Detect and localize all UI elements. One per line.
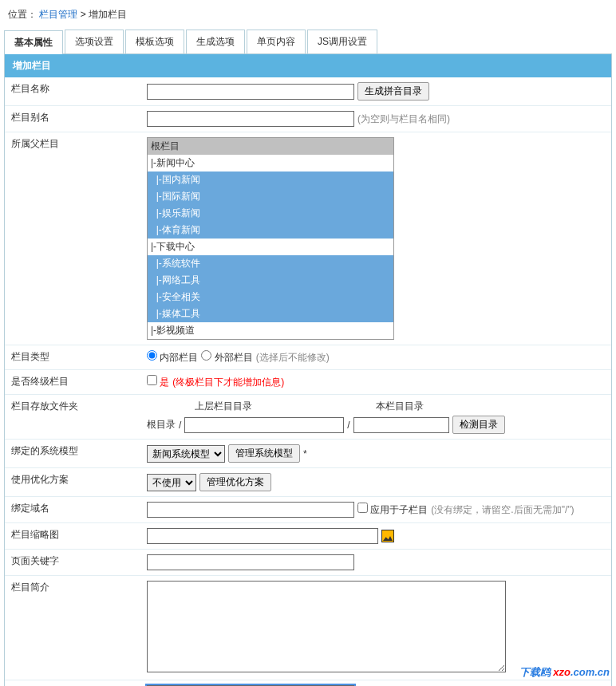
label-optimize: 使用优化方案 bbox=[5, 468, 140, 497]
model-required: * bbox=[303, 448, 307, 459]
parent-list-item[interactable]: |-国际新闻 bbox=[148, 188, 393, 205]
alias-hint: (为空则与栏目名相同) bbox=[357, 112, 450, 126]
parent-list-item[interactable]: |-媒体工具 bbox=[148, 306, 393, 322]
type-external-option[interactable]: 外部栏目 bbox=[201, 350, 252, 365]
label-domain: 绑定域名 bbox=[5, 497, 140, 523]
label-thumb: 栏目缩略图 bbox=[5, 523, 140, 550]
label-name: 栏目名称 bbox=[5, 77, 140, 106]
tab-generate[interactable]: 生成选项 bbox=[186, 30, 245, 53]
tab-singlepage[interactable]: 单页内容 bbox=[247, 30, 306, 53]
parent-list-item[interactable]: |-系统软件 bbox=[148, 255, 393, 272]
domain-apply-checkbox[interactable] bbox=[357, 503, 368, 513]
folder-upper-input[interactable] bbox=[184, 417, 344, 433]
label-intro: 栏目简介 bbox=[5, 576, 140, 680]
folder-upper-label: 上层栏目目录 bbox=[195, 400, 252, 413]
parent-list-item[interactable]: |-新闻中心 bbox=[148, 155, 393, 172]
tab-options[interactable]: 选项设置 bbox=[65, 30, 124, 53]
parent-list-item[interactable]: |-网络工具 bbox=[148, 272, 393, 289]
final-checkbox[interactable] bbox=[147, 375, 157, 385]
parent-list-item[interactable]: 根栏目 bbox=[148, 138, 393, 155]
label-password: 访问密码 bbox=[5, 680, 140, 687]
parent-list-item[interactable]: |-国内新闻 bbox=[148, 172, 393, 188]
parent-list-item[interactable]: |-体育新闻 bbox=[148, 222, 393, 239]
type-external-radio[interactable] bbox=[201, 350, 211, 361]
label-final: 是否终级栏目 bbox=[5, 370, 140, 395]
breadcrumb-link[interactable]: 栏目管理 bbox=[39, 9, 77, 20]
check-dir-button[interactable]: 检测目录 bbox=[452, 416, 505, 434]
domain-input[interactable] bbox=[147, 502, 354, 518]
parent-list-item[interactable]: |-下载中心 bbox=[148, 239, 393, 255]
tabs: 基本属性 选项设置 模板选项 生成选项 单页内容 JS调用设置 bbox=[4, 30, 612, 54]
tab-basic[interactable]: 基本属性 bbox=[4, 30, 63, 54]
intro-textarea[interactable] bbox=[147, 581, 506, 672]
final-hint: (终极栏目下才能增加信息) bbox=[172, 376, 284, 389]
breadcrumb-sep: > bbox=[81, 9, 89, 20]
label-parent: 所属父栏目 bbox=[5, 132, 140, 345]
tab-jscall[interactable]: JS调用设置 bbox=[307, 30, 377, 53]
image-icon[interactable] bbox=[381, 530, 394, 542]
parent-list-item[interactable]: |-娱乐新闻 bbox=[148, 205, 393, 222]
label-keywords: 页面关键字 bbox=[5, 550, 140, 576]
gen-pinyin-button[interactable]: 生成拼音目录 bbox=[357, 82, 429, 101]
parent-listbox[interactable]: 根栏目|-新闻中心 |-国内新闻 |-国际新闻 |-娱乐新闻 |-体育新闻|-下… bbox=[147, 137, 394, 340]
folder-self-label: 本栏目目录 bbox=[376, 400, 424, 413]
alias-input[interactable] bbox=[147, 111, 354, 127]
panel-title: 增加栏目 bbox=[5, 54, 611, 77]
type-hint: (选择后不能修改) bbox=[256, 351, 330, 365]
parent-list-item[interactable]: |-影视频道 bbox=[148, 322, 393, 339]
type-internal-radio[interactable] bbox=[147, 350, 157, 361]
label-type: 栏目类型 bbox=[5, 345, 140, 370]
parent-list-item[interactable]: |-安全相关 bbox=[148, 289, 393, 306]
final-option[interactable]: 是 bbox=[147, 375, 169, 389]
domain-apply-option[interactable]: 应用于子栏目 bbox=[357, 503, 428, 517]
label-model: 绑定的系统模型 bbox=[5, 440, 140, 468]
manage-model-button[interactable]: 管理系统模型 bbox=[228, 444, 300, 463]
label-folder: 栏目存放文件夹 bbox=[5, 395, 140, 440]
form-panel: 增加栏目 栏目名称 生成拼音目录 栏目别名 (为空则与栏目名相同) 所属父栏目 bbox=[4, 54, 612, 686]
breadcrumb-current: 增加栏目 bbox=[89, 9, 127, 20]
type-internal-option[interactable]: 内部栏目 bbox=[147, 350, 198, 365]
name-input[interactable] bbox=[147, 84, 354, 100]
thumb-input[interactable] bbox=[147, 528, 378, 544]
manage-opt-button[interactable]: 管理优化方案 bbox=[199, 473, 271, 491]
breadcrumb-prefix: 位置： bbox=[8, 9, 37, 20]
label-alias: 栏目别名 bbox=[5, 106, 140, 132]
tab-template[interactable]: 模板选项 bbox=[125, 30, 184, 53]
folder-self-input[interactable] bbox=[353, 417, 449, 433]
folder-root-label: 根目录 bbox=[147, 418, 176, 432]
domain-hint: (没有绑定，请留空.后面无需加"/") bbox=[431, 503, 574, 517]
breadcrumb: 位置： 栏目管理 > 增加栏目 bbox=[4, 4, 612, 26]
optimize-select[interactable]: 不使用 bbox=[147, 474, 196, 491]
model-select[interactable]: 新闻系统模型 bbox=[147, 445, 225, 463]
keywords-input[interactable] bbox=[147, 554, 354, 570]
